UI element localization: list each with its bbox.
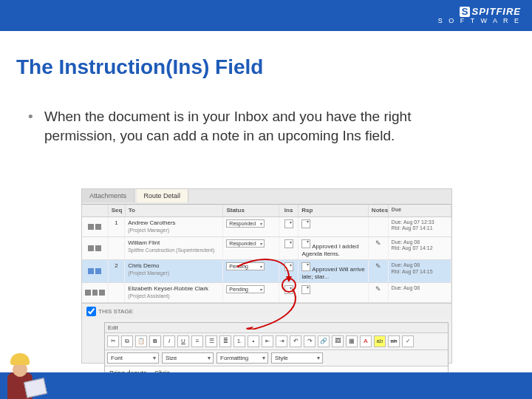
row-icon: [88, 268, 94, 274]
color-icon[interactable]: A: [360, 335, 372, 347]
status-select[interactable]: Pending: [226, 285, 265, 293]
strike-icon[interactable]: ab: [388, 335, 400, 347]
align-right-icon[interactable]: ≣: [219, 335, 231, 347]
notes-icon[interactable]: ✎: [375, 285, 381, 293]
row-icon: [99, 290, 105, 296]
ins-select[interactable]: [284, 262, 293, 271]
row-icon: [95, 224, 101, 230]
rsp-select[interactable]: [301, 239, 310, 248]
underline-icon[interactable]: U: [177, 335, 189, 347]
table-icon[interactable]: ▦: [346, 335, 358, 347]
table-row: William FlintSpitfire Construction (Supe…: [82, 237, 451, 260]
row-icon: [95, 268, 101, 274]
editor-format-row: Font Size Formatting Style: [105, 350, 448, 366]
indent-icon[interactable]: ⇥: [276, 335, 287, 347]
rsp-select[interactable]: [301, 219, 310, 228]
editor-toolbar: ✂ ⧉ 📋 B I U ≡ ☰ ≣ 1. • ⇤ ⇥ ↶ ↷ 🔗 🖼 ▦ A a…: [105, 333, 448, 350]
copy-icon[interactable]: ⧉: [121, 335, 133, 347]
ins-select[interactable]: [284, 239, 293, 248]
list-ul-icon[interactable]: •: [248, 335, 259, 347]
spellcheck-icon[interactable]: ✓: [402, 335, 414, 347]
list-ol-icon[interactable]: 1.: [233, 335, 245, 347]
row-icon: [85, 290, 91, 296]
align-left-icon[interactable]: ≡: [191, 335, 203, 347]
row-icon: [95, 245, 101, 251]
rsp-select[interactable]: [301, 285, 310, 294]
outdent-icon[interactable]: ⇤: [262, 335, 273, 347]
ins-select[interactable]: [284, 285, 293, 294]
font-select[interactable]: Font: [107, 352, 159, 364]
editor-label: Edit: [105, 323, 448, 333]
bold-icon[interactable]: B: [149, 335, 161, 347]
screenshot-panel: Attachments Route Detail Seq To Status I…: [81, 188, 452, 364]
notes-icon[interactable]: ✎: [375, 239, 381, 247]
undo-icon[interactable]: ↶: [290, 335, 301, 347]
size-select[interactable]: Size: [162, 352, 214, 364]
table-row: 1 Andrew Carothers(Project Manager) Resp…: [82, 217, 451, 237]
bullet-text: When the document is in your Inbox and y…: [44, 107, 458, 145]
row-icon: [88, 245, 94, 251]
this-stage-checkbox[interactable]: [86, 307, 96, 316]
image-icon[interactable]: 🖼: [332, 335, 344, 347]
paste-icon[interactable]: 📋: [135, 335, 147, 347]
tab-attachments[interactable]: Attachments: [82, 189, 134, 202]
worker-graphic: [0, 341, 43, 399]
formatting-select[interactable]: Formatting: [216, 352, 268, 364]
tab-route-detail[interactable]: Route Detail: [137, 189, 189, 202]
ins-select[interactable]: [284, 219, 293, 228]
header-bar: SSPITFIRE S O F T W A R E: [0, 0, 532, 31]
status-select[interactable]: Pending: [226, 262, 265, 270]
stage-checkbox-row: THIS STAGE: [82, 303, 451, 319]
link-icon[interactable]: 🔗: [318, 335, 330, 347]
redo-icon[interactable]: ↷: [304, 335, 316, 347]
status-select[interactable]: Responded: [226, 219, 265, 228]
rsp-select[interactable]: [301, 262, 310, 271]
slide-title: The Instruction(Ins) Field: [16, 55, 263, 79]
cut-icon[interactable]: ✂: [107, 335, 119, 347]
footer-bar: [0, 372, 532, 399]
align-center-icon[interactable]: ☰: [205, 335, 217, 347]
row-icon: [88, 224, 94, 230]
brand-logo: SSPITFIRE S O F T W A R E: [438, 6, 521, 24]
row-icon: [92, 290, 98, 296]
grid-header: Seq To Status Ins Rsp Notes Due: [82, 205, 451, 217]
table-row: 2 Chris Demo(Project Manager) Pending Ap…: [82, 260, 451, 283]
italic-icon[interactable]: I: [163, 335, 175, 347]
status-select[interactable]: Responded: [226, 239, 265, 248]
highlight-icon[interactable]: ab: [374, 335, 386, 347]
table-row: Elizabeth Keyser-Robbie Clark(Project As…: [82, 283, 451, 303]
style-select[interactable]: Style: [271, 352, 323, 364]
notes-icon[interactable]: ✎: [375, 262, 381, 270]
